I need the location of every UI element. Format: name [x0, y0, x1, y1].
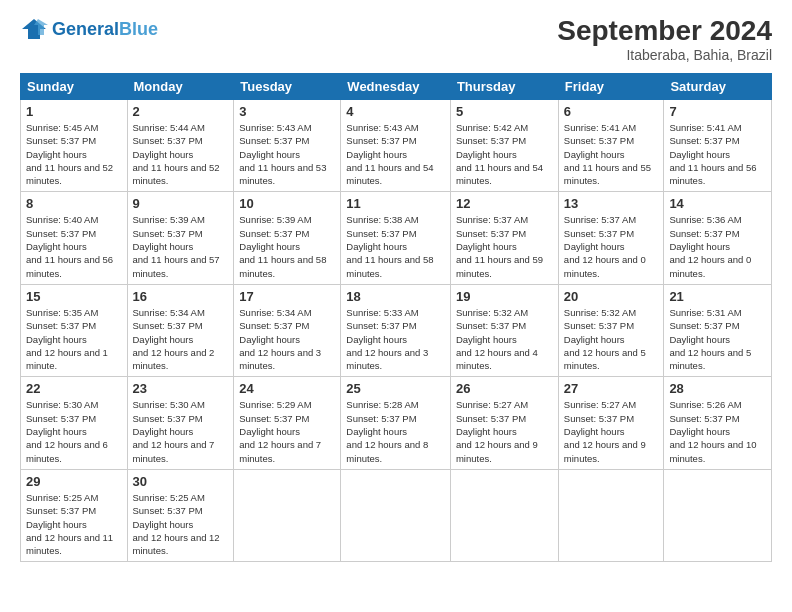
day-number: 13: [564, 196, 659, 211]
day-info: Sunrise: 5:38 AM Sunset: 5:37 PM Dayligh…: [346, 213, 445, 279]
day-info: Sunrise: 5:41 AM Sunset: 5:37 PM Dayligh…: [564, 121, 659, 187]
day-info: Sunrise: 5:43 AM Sunset: 5:37 PM Dayligh…: [346, 121, 445, 187]
title-block: September 2024 Itaberaba, Bahia, Brazil: [557, 15, 772, 63]
page: GeneralBlue September 2024 Itaberaba, Ba…: [0, 0, 792, 612]
day-info: Sunrise: 5:40 AM Sunset: 5:37 PM Dayligh…: [26, 213, 122, 279]
col-tuesday: Tuesday: [234, 74, 341, 100]
day-number: 28: [669, 381, 766, 396]
calendar-cell: 23 Sunrise: 5:30 AM Sunset: 5:37 PM Dayl…: [127, 377, 234, 469]
day-number: 10: [239, 196, 335, 211]
header: GeneralBlue September 2024 Itaberaba, Ba…: [20, 15, 772, 63]
calendar-cell: 8 Sunrise: 5:40 AM Sunset: 5:37 PM Dayli…: [21, 192, 128, 284]
calendar-cell: 22 Sunrise: 5:30 AM Sunset: 5:37 PM Dayl…: [21, 377, 128, 469]
day-info: Sunrise: 5:29 AM Sunset: 5:37 PM Dayligh…: [239, 398, 335, 464]
day-info: Sunrise: 5:45 AM Sunset: 5:37 PM Dayligh…: [26, 121, 122, 187]
day-number: 26: [456, 381, 553, 396]
day-number: 21: [669, 289, 766, 304]
calendar-cell: 26 Sunrise: 5:27 AM Sunset: 5:37 PM Dayl…: [450, 377, 558, 469]
month-year: September 2024: [557, 15, 772, 47]
day-number: 1: [26, 104, 122, 119]
calendar-cell: 24 Sunrise: 5:29 AM Sunset: 5:37 PM Dayl…: [234, 377, 341, 469]
day-info: Sunrise: 5:30 AM Sunset: 5:37 PM Dayligh…: [26, 398, 122, 464]
day-number: 24: [239, 381, 335, 396]
col-friday: Friday: [558, 74, 664, 100]
day-number: 23: [133, 381, 229, 396]
day-number: 3: [239, 104, 335, 119]
calendar-cell: 10 Sunrise: 5:39 AM Sunset: 5:37 PM Dayl…: [234, 192, 341, 284]
day-number: 19: [456, 289, 553, 304]
day-info: Sunrise: 5:35 AM Sunset: 5:37 PM Dayligh…: [26, 306, 122, 372]
logo-blue: Blue: [119, 19, 158, 39]
day-number: 25: [346, 381, 445, 396]
calendar-cell: 21 Sunrise: 5:31 AM Sunset: 5:37 PM Dayl…: [664, 284, 772, 376]
col-monday: Monday: [127, 74, 234, 100]
calendar-cell: 15 Sunrise: 5:35 AM Sunset: 5:37 PM Dayl…: [21, 284, 128, 376]
day-number: 14: [669, 196, 766, 211]
day-number: 7: [669, 104, 766, 119]
logo-text: GeneralBlue: [52, 19, 158, 40]
calendar-cell: 1 Sunrise: 5:45 AM Sunset: 5:37 PM Dayli…: [21, 100, 128, 192]
calendar-cell: 7 Sunrise: 5:41 AM Sunset: 5:37 PM Dayli…: [664, 100, 772, 192]
day-info: Sunrise: 5:25 AM Sunset: 5:37 PM Dayligh…: [26, 491, 122, 557]
logo-general: General: [52, 19, 119, 39]
calendar-cell: 9 Sunrise: 5:39 AM Sunset: 5:37 PM Dayli…: [127, 192, 234, 284]
day-info: Sunrise: 5:41 AM Sunset: 5:37 PM Dayligh…: [669, 121, 766, 187]
calendar-cell: 11 Sunrise: 5:38 AM Sunset: 5:37 PM Dayl…: [341, 192, 451, 284]
calendar-header-row: Sunday Monday Tuesday Wednesday Thursday…: [21, 74, 772, 100]
calendar-cell: 13 Sunrise: 5:37 AM Sunset: 5:37 PM Dayl…: [558, 192, 664, 284]
calendar-cell: 6 Sunrise: 5:41 AM Sunset: 5:37 PM Dayli…: [558, 100, 664, 192]
day-info: Sunrise: 5:27 AM Sunset: 5:37 PM Dayligh…: [564, 398, 659, 464]
calendar-cell: 4 Sunrise: 5:43 AM Sunset: 5:37 PM Dayli…: [341, 100, 451, 192]
calendar: Sunday Monday Tuesday Wednesday Thursday…: [20, 73, 772, 562]
calendar-cell: 28 Sunrise: 5:26 AM Sunset: 5:37 PM Dayl…: [664, 377, 772, 469]
calendar-cell: 18 Sunrise: 5:33 AM Sunset: 5:37 PM Dayl…: [341, 284, 451, 376]
calendar-cell: 17 Sunrise: 5:34 AM Sunset: 5:37 PM Dayl…: [234, 284, 341, 376]
day-number: 5: [456, 104, 553, 119]
calendar-week-4: 22 Sunrise: 5:30 AM Sunset: 5:37 PM Dayl…: [21, 377, 772, 469]
day-number: 17: [239, 289, 335, 304]
col-wednesday: Wednesday: [341, 74, 451, 100]
calendar-cell: 30 Sunrise: 5:25 AM Sunset: 5:37 PM Dayl…: [127, 469, 234, 561]
day-info: Sunrise: 5:44 AM Sunset: 5:37 PM Dayligh…: [133, 121, 229, 187]
day-info: Sunrise: 5:33 AM Sunset: 5:37 PM Dayligh…: [346, 306, 445, 372]
day-number: 12: [456, 196, 553, 211]
calendar-week-2: 8 Sunrise: 5:40 AM Sunset: 5:37 PM Dayli…: [21, 192, 772, 284]
calendar-cell: [450, 469, 558, 561]
calendar-cell: 27 Sunrise: 5:27 AM Sunset: 5:37 PM Dayl…: [558, 377, 664, 469]
day-number: 16: [133, 289, 229, 304]
day-info: Sunrise: 5:37 AM Sunset: 5:37 PM Dayligh…: [456, 213, 553, 279]
day-info: Sunrise: 5:30 AM Sunset: 5:37 PM Dayligh…: [133, 398, 229, 464]
col-thursday: Thursday: [450, 74, 558, 100]
calendar-cell: 20 Sunrise: 5:32 AM Sunset: 5:37 PM Dayl…: [558, 284, 664, 376]
day-number: 22: [26, 381, 122, 396]
day-info: Sunrise: 5:27 AM Sunset: 5:37 PM Dayligh…: [456, 398, 553, 464]
calendar-week-1: 1 Sunrise: 5:45 AM Sunset: 5:37 PM Dayli…: [21, 100, 772, 192]
day-info: Sunrise: 5:34 AM Sunset: 5:37 PM Dayligh…: [239, 306, 335, 372]
calendar-cell: 3 Sunrise: 5:43 AM Sunset: 5:37 PM Dayli…: [234, 100, 341, 192]
calendar-cell: 2 Sunrise: 5:44 AM Sunset: 5:37 PM Dayli…: [127, 100, 234, 192]
calendar-cell: [664, 469, 772, 561]
day-number: 9: [133, 196, 229, 211]
day-number: 29: [26, 474, 122, 489]
day-info: Sunrise: 5:34 AM Sunset: 5:37 PM Dayligh…: [133, 306, 229, 372]
day-number: 27: [564, 381, 659, 396]
calendar-cell: [558, 469, 664, 561]
calendar-week-3: 15 Sunrise: 5:35 AM Sunset: 5:37 PM Dayl…: [21, 284, 772, 376]
day-info: Sunrise: 5:32 AM Sunset: 5:37 PM Dayligh…: [456, 306, 553, 372]
calendar-cell: 29 Sunrise: 5:25 AM Sunset: 5:37 PM Dayl…: [21, 469, 128, 561]
location: Itaberaba, Bahia, Brazil: [557, 47, 772, 63]
day-info: Sunrise: 5:37 AM Sunset: 5:37 PM Dayligh…: [564, 213, 659, 279]
day-number: 6: [564, 104, 659, 119]
logo-icon: [20, 15, 48, 43]
day-number: 30: [133, 474, 229, 489]
calendar-cell: 12 Sunrise: 5:37 AM Sunset: 5:37 PM Dayl…: [450, 192, 558, 284]
calendar-cell: 14 Sunrise: 5:36 AM Sunset: 5:37 PM Dayl…: [664, 192, 772, 284]
day-info: Sunrise: 5:39 AM Sunset: 5:37 PM Dayligh…: [239, 213, 335, 279]
day-number: 8: [26, 196, 122, 211]
calendar-cell: [341, 469, 451, 561]
day-info: Sunrise: 5:26 AM Sunset: 5:37 PM Dayligh…: [669, 398, 766, 464]
calendar-cell: 5 Sunrise: 5:42 AM Sunset: 5:37 PM Dayli…: [450, 100, 558, 192]
day-number: 2: [133, 104, 229, 119]
calendar-cell: [234, 469, 341, 561]
calendar-week-5: 29 Sunrise: 5:25 AM Sunset: 5:37 PM Dayl…: [21, 469, 772, 561]
